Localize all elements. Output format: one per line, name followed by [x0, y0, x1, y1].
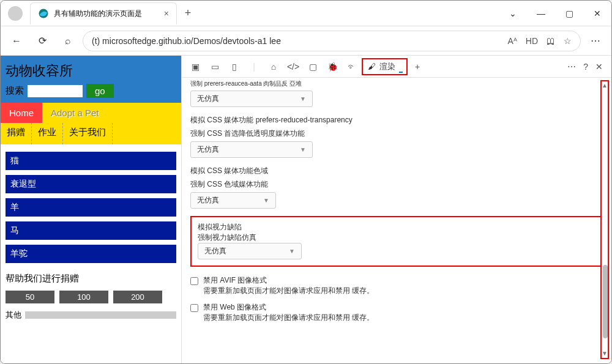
elements-icon[interactable]: </> [283, 62, 303, 72]
tab-rendering[interactable]: 🖌 渲染 [362, 58, 408, 75]
console-icon[interactable]: ▢ [303, 62, 323, 72]
go-button[interactable]: go [86, 84, 114, 98]
dropdown-transparency[interactable]: 无仿真▼ [190, 141, 313, 158]
nav-about[interactable]: 关于我们 [63, 123, 113, 144]
devtools-more-icon[interactable]: ⋯ [567, 62, 576, 72]
section-label: 模拟 CSS 媒体功能 prefers-reduced-transparency [190, 114, 603, 125]
devtools-close-icon[interactable]: ✕ [595, 62, 603, 72]
scroll-down-icon[interactable]: ▼ [602, 349, 608, 358]
welcome-icon[interactable]: ⌂ [264, 62, 283, 72]
section-sublabel: 强制 prerers-reaucea-aata 肉制品反 亞堆 [190, 79, 603, 88]
search-input[interactable] [28, 85, 83, 97]
minimize-button[interactable]: — [527, 1, 555, 26]
caret-down-icon[interactable]: ⌄ [499, 1, 527, 26]
add-tab-button[interactable]: + [408, 62, 427, 72]
animal-list: 猫 衰退型 羊 马 羊驼 [1, 144, 181, 263]
hd-icon[interactable]: HD [526, 36, 538, 46]
checkbox-label: 禁用 Web 图像格式 [203, 302, 374, 313]
devtools-help-icon[interactable]: ? [583, 62, 588, 72]
network-icon[interactable]: ᯤ [342, 62, 362, 72]
nav-home[interactable]: Home [1, 103, 42, 123]
edge-icon [38, 8, 49, 19]
browser-toolbar: ← ⟳ ⌕ (t) microsoftedge.github.io/Demos/… [1, 26, 611, 56]
nav-jobs[interactable]: 作业 [32, 123, 63, 144]
page-title: 动物收容所 [6, 62, 176, 80]
list-item[interactable]: 衰退型 [6, 175, 176, 193]
donate-100[interactable]: 100 [59, 291, 108, 303]
reader-icon[interactable]: 🕮 [547, 36, 555, 46]
favorite-icon[interactable]: ☆ [564, 36, 572, 46]
url-text: (t) microsoftedge.github.io/Demos/devtoo… [92, 36, 281, 46]
page-preview: 动物收容所 搜索 go Home Adopt a Pet 捐赠 作业 关于我们 … [1, 56, 181, 364]
section-sublabel: 强制视力缺陷仿真 [198, 232, 595, 243]
checkbox-sublabel: 需要重新加载页面才能对图像请求应用和禁用 缓存。 [203, 313, 374, 323]
dropdown-reduced-data[interactable]: 无仿真▼ [190, 91, 313, 107]
address-bar[interactable]: (t) microsoftedge.github.io/Demos/devtoo… [83, 31, 581, 51]
vision-deficiency-section: 模拟视力缺陷 强制视力缺陷仿真 无仿真▼ [190, 216, 603, 267]
rendering-label: 渲染 [379, 61, 395, 72]
donate-200[interactable]: 200 [113, 291, 162, 303]
nav-donate[interactable]: 捐赠 [1, 123, 32, 144]
window-controls: ⌄ — ▢ ✕ [499, 1, 611, 26]
browser-tab[interactable]: 具有辅助功能的演示页面是 × [30, 2, 177, 24]
search-icon[interactable]: ⌕ [57, 30, 79, 52]
close-window-button[interactable]: ✕ [583, 1, 611, 26]
devtools-body: 强制 prerers-reaucea-aata 肉制品反 亞堆 无仿真▼ 模拟 … [182, 78, 611, 364]
section-label: 模拟 CSS 媒体功能色域 [190, 165, 603, 176]
list-item[interactable]: 羊驼 [6, 245, 176, 263]
checkbox-disable-avif[interactable] [190, 277, 198, 285]
section-sublabel: 强制 CSS 首选降低透明度媒体功能 [190, 128, 603, 139]
donate-title: 帮助我们进行捐赠 [6, 273, 176, 284]
list-item[interactable]: 羊 [6, 198, 176, 217]
scroll-up-icon[interactable]: ▲ [602, 81, 608, 90]
more-button[interactable]: ⋯ [584, 30, 606, 52]
other-label: 其他 [6, 310, 21, 321]
profile-avatar[interactable] [8, 6, 23, 21]
scrollbar[interactable]: ▲ ▼ [600, 80, 609, 359]
sources-icon[interactable]: 🐞 [323, 62, 342, 72]
refresh-button[interactable]: ⟳ [31, 30, 53, 52]
nav-adopt[interactable]: Adopt a Pet [42, 103, 107, 123]
dropdown-gamut[interactable]: 无仿真▼ [190, 192, 276, 209]
list-item[interactable]: 猫 [6, 152, 176, 170]
phone-icon[interactable]: ▯ [225, 62, 244, 72]
nav-row-1: Home Adopt a Pet [1, 103, 181, 123]
checkbox-disable-webp[interactable] [190, 304, 198, 312]
nav-row-2: 捐赠 作业 关于我们 [1, 123, 181, 144]
scroll-thumb[interactable] [603, 265, 608, 338]
address-actions: Aᴬ HD 🕮 ☆ [501, 36, 572, 46]
section-label: 模拟视力缺陷 [198, 222, 595, 232]
maximize-button[interactable]: ▢ [555, 1, 583, 26]
divider: | [244, 62, 264, 72]
brush-icon: 🖌 [368, 62, 376, 71]
chevron-down-icon: ▼ [300, 146, 306, 153]
checkbox-sublabel: 需要重新加载页面才能对图像请求应用和禁用 缓存。 [203, 286, 374, 296]
new-tab-button[interactable]: + [177, 7, 199, 20]
device-icon[interactable]: ▭ [205, 62, 225, 72]
back-button[interactable]: ← [6, 30, 28, 52]
devtools-tabs: ▣ ▭ ▯ | ⌂ </> ▢ 🐞 ᯤ 🖌 渲染 + ⋯ ? ✕ [182, 56, 611, 78]
list-item[interactable]: 马 [6, 221, 176, 240]
tab-close-icon[interactable]: × [164, 9, 169, 18]
section-sublabel: 强制 CSS 色域媒体功能 [190, 179, 603, 190]
checkbox-label: 禁用 AVIF 图像格式 [203, 275, 374, 286]
donate-50[interactable]: 50 [6, 291, 54, 303]
chevron-down-icon: ▼ [263, 197, 269, 204]
text-size-icon[interactable]: Aᴬ [507, 36, 517, 46]
chevron-down-icon: ▼ [300, 95, 306, 102]
inspect-icon[interactable]: ▣ [185, 62, 205, 72]
search-label: 搜索 [6, 85, 24, 97]
devtools-panel: ▣ ▭ ▯ | ⌂ </> ▢ 🐞 ᯤ 🖌 渲染 + ⋯ ? ✕ 强制 prer… [181, 56, 611, 364]
chevron-down-icon: ▼ [289, 248, 295, 254]
tab-title: 具有辅助功能的演示页面是 [54, 9, 142, 19]
title-bar: 具有辅助功能的演示页面是 × + ⌄ — ▢ ✕ [1, 1, 611, 26]
other-bar [25, 311, 176, 319]
dropdown-vision-deficiency[interactable]: 无仿真▼ [198, 243, 302, 259]
